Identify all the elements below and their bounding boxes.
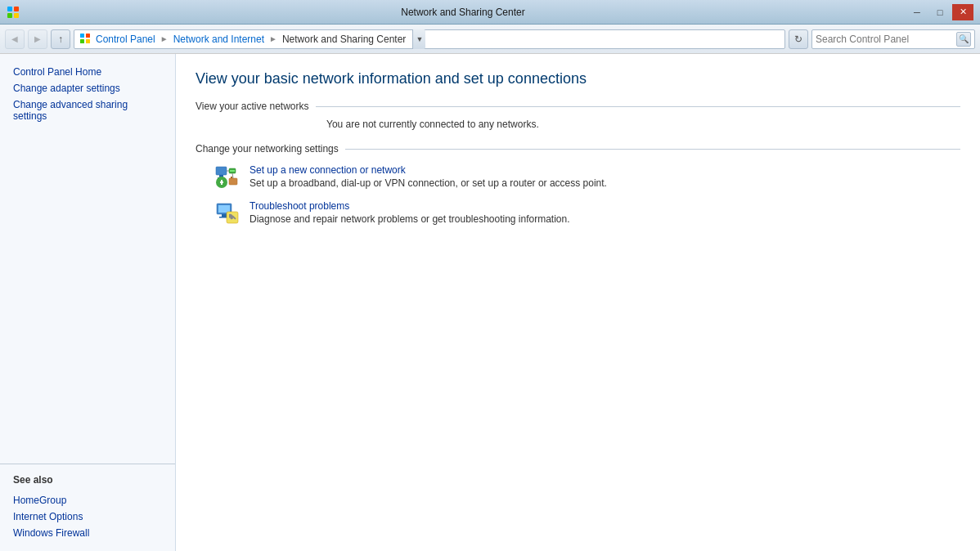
sidebar-nav-section: Control Panel Home Change adapter settin…: [0, 64, 175, 124]
connection-icon: [215, 164, 241, 190]
breadcrumb-network-internet[interactable]: Network and Internet: [173, 34, 264, 45]
sidebar-item-change-adapter-settings[interactable]: Change adapter settings: [0, 80, 175, 96]
troubleshoot-icon: [215, 200, 241, 226]
svg-rect-17: [231, 177, 232, 178]
breadcrumb-control-panel[interactable]: Control Panel: [96, 34, 155, 45]
sidebar-item-internet-options[interactable]: Internet Options: [0, 508, 175, 525]
content-area: View your basic network information and …: [176, 54, 980, 551]
new-connection-link[interactable]: Set up a new connection or network: [249, 164, 607, 176]
title-bar: Network and Sharing Center ─ □ ✕: [0, 0, 980, 25]
back-button[interactable]: ◀: [5, 29, 25, 49]
refresh-button[interactable]: ↻: [789, 29, 808, 49]
sidebar-item-change-advanced-sharing[interactable]: Change advanced sharing settings: [0, 96, 175, 124]
close-button[interactable]: ✕: [952, 4, 973, 20]
troubleshoot-link[interactable]: Troubleshoot problems: [249, 200, 570, 212]
troubleshoot-svg-icon: [215, 200, 241, 226]
svg-rect-2: [7, 13, 12, 18]
main-layout: Control Panel Home Change adapter settin…: [0, 54, 980, 551]
search-input[interactable]: [816, 34, 956, 45]
troubleshoot-item: Troubleshoot problems Diagnose and repai…: [215, 200, 960, 226]
nav-bar: ◀ ▶ ↑ Control Panel ► Network and Intern…: [0, 25, 980, 54]
address-icon: [79, 33, 92, 46]
window-title: Network and Sharing Center: [20, 7, 906, 18]
svg-rect-6: [80, 39, 84, 43]
svg-rect-25: [218, 205, 230, 213]
svg-rect-4: [80, 34, 84, 38]
see-also-title: See also: [0, 464, 175, 492]
sidebar-item-homegroup[interactable]: HomeGroup: [0, 492, 175, 508]
window-controls: ─ □ ✕: [906, 4, 973, 20]
svg-rect-23: [222, 214, 227, 217]
svg-point-15: [233, 170, 235, 172]
svg-line-18: [232, 173, 233, 178]
svg-rect-3: [14, 13, 19, 18]
new-connection-item: Set up a new connection or network Set u…: [215, 164, 960, 190]
svg-rect-1: [14, 7, 19, 11]
svg-rect-7: [86, 39, 90, 43]
troubleshoot-content: Troubleshoot problems Diagnose and repai…: [249, 200, 570, 225]
app-icon: [7, 6, 20, 19]
address-bar: Control Panel ► Network and Internet ► N…: [74, 29, 785, 49]
svg-rect-21: [221, 180, 223, 185]
search-button[interactable]: 🔍: [956, 32, 971, 47]
no-networks-message: You are not currently connected to any n…: [326, 119, 960, 130]
new-connection-icon: [215, 164, 241, 190]
svg-point-14: [232, 170, 233, 172]
page-title: View your basic network information and …: [196, 70, 960, 87]
maximize-button[interactable]: □: [929, 4, 951, 20]
sidebar-item-control-panel-home[interactable]: Control Panel Home: [0, 64, 175, 80]
address-dropdown-button[interactable]: ▼: [412, 29, 425, 49]
svg-rect-16: [229, 178, 237, 185]
sidebar-see-also-section: See also HomeGroup Internet Options Wind…: [0, 464, 175, 541]
breadcrumb-current: Network and Sharing Center: [282, 34, 406, 45]
troubleshoot-desc: Diagnose and repair network problems or …: [249, 213, 570, 225]
new-connection-content: Set up a new connection or network Set u…: [249, 164, 607, 189]
networking-settings-section: Change your networking settings: [196, 143, 960, 226]
search-box: 🔍: [811, 29, 975, 49]
minimize-button[interactable]: ─: [906, 4, 928, 20]
forward-button[interactable]: ▶: [28, 29, 47, 49]
svg-point-13: [230, 170, 232, 172]
active-networks-label: View your active networks: [196, 101, 309, 112]
networking-settings-header: Change your networking settings: [196, 143, 960, 155]
sidebar-item-windows-firewall[interactable]: Windows Firewall: [0, 525, 175, 541]
active-networks-header: View your active networks: [196, 101, 960, 112]
new-connection-desc: Set up a broadband, dial-up or VPN conne…: [249, 177, 607, 189]
svg-rect-0: [7, 7, 12, 11]
svg-rect-5: [86, 34, 90, 38]
active-networks-line: [316, 106, 960, 107]
svg-rect-8: [216, 167, 227, 175]
sidebar: Control Panel Home Change adapter settin…: [0, 54, 176, 551]
networking-settings-line: [345, 149, 960, 150]
up-button[interactable]: ↑: [51, 29, 70, 49]
networking-settings-label: Change your networking settings: [196, 143, 339, 155]
title-bar-left: [7, 6, 20, 19]
